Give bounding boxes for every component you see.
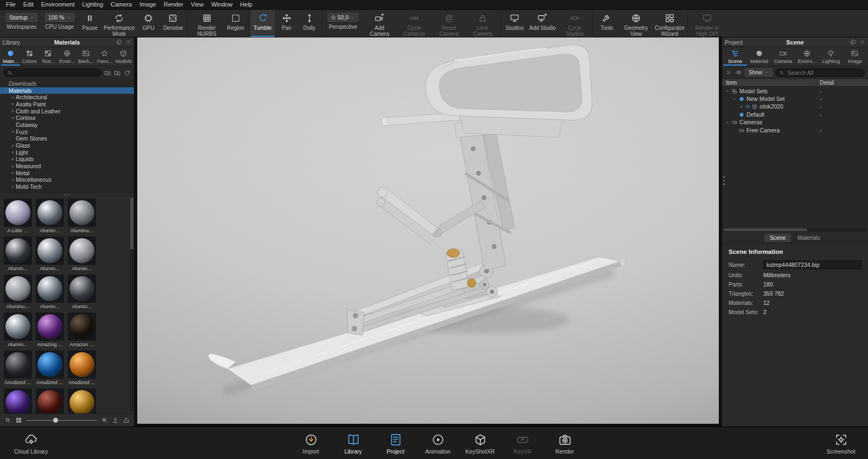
library-tab[interactable]: Colors	[20, 47, 39, 66]
eye-icon[interactable]	[744, 104, 751, 110]
expander-icon[interactable]: +	[10, 109, 16, 114]
library-tree-item[interactable]: + Glass	[0, 142, 134, 149]
scene-tree-item[interactable]: + sitsk2020 -	[722, 103, 868, 111]
library-tab[interactable]: Envir...	[58, 47, 76, 66]
workspace-selector[interactable]: Startup Workspaces	[2, 10, 41, 37]
library-tree-item[interactable]: − Materials	[0, 87, 134, 94]
toolbar-button[interactable]: Render NURBS	[189, 10, 224, 37]
screenshot-button[interactable]: Screenshot	[821, 432, 860, 455]
library-tree-item[interactable]: + Fuzz	[0, 129, 134, 136]
folder-new-icon[interactable]	[114, 69, 121, 76]
library-search-input[interactable]	[15, 69, 98, 76]
menu-item[interactable]: Image	[136, 0, 160, 9]
toolbar-button[interactable]: Tumble	[251, 10, 275, 37]
panel-resize-handle[interactable]	[723, 176, 725, 185]
eye-icon[interactable]	[735, 69, 742, 76]
menu-item[interactable]: Render	[160, 0, 187, 9]
material-thumbnail[interactable]: Anodized ...	[2, 387, 34, 413]
toolbar-button[interactable]: Reset Camera	[431, 10, 466, 37]
toolbar-button[interactable]: Region	[224, 10, 249, 37]
toolbar-button[interactable]: Studios	[502, 10, 526, 37]
column-item[interactable]: Item	[722, 80, 816, 86]
project-tab[interactable]: Camera	[771, 47, 795, 66]
library-tab[interactable]: Back...	[76, 47, 95, 66]
slider-handle[interactable]	[53, 418, 58, 423]
expander-icon[interactable]: +	[10, 157, 16, 162]
material-thumbnail[interactable]: Anodized ...	[34, 387, 66, 413]
project-tab[interactable]: Scene	[723, 47, 747, 66]
expander-icon[interactable]: +	[10, 129, 16, 135]
thumbnail-size-slider[interactable]	[26, 417, 97, 424]
material-thumbnail[interactable]: Anodized ...	[66, 387, 98, 413]
expander-icon[interactable]: +	[738, 104, 744, 110]
expander-icon[interactable]: +	[10, 143, 16, 149]
realtime-viewport[interactable]	[137, 37, 719, 424]
library-tree-item[interactable]: Gem Stones	[0, 136, 134, 143]
ribbon-button[interactable]: Import	[291, 432, 330, 455]
material-thumbnail[interactable]: A Little ...	[2, 197, 34, 235]
workspace-dropdown[interactable]: Startup	[6, 13, 37, 22]
library-tree-item[interactable]: + Miscellaneous	[0, 177, 134, 184]
toolbar-button[interactable]: Geometry View	[618, 10, 653, 37]
library-tree-item[interactable]: + Light	[0, 149, 134, 156]
ribbon-button[interactable]: KeyVR	[503, 432, 542, 455]
expander-icon[interactable]: +	[10, 95, 16, 100]
ribbon-button[interactable]: Project	[376, 432, 415, 455]
menu-item[interactable]: File	[2, 0, 20, 9]
material-thumbnail[interactable]: Alumin...	[66, 235, 98, 273]
material-thumbnail[interactable]: Alumin...	[2, 235, 34, 273]
toolbar-button[interactable]: Configurator Wizard	[653, 10, 688, 37]
materials-scrollbar[interactable]	[130, 197, 133, 412]
project-tab[interactable]: Material	[747, 47, 771, 66]
scene-subtab[interactable]: Materials	[792, 234, 826, 242]
library-tree-item[interactable]: + Liquids	[0, 156, 134, 163]
float-icon[interactable]	[116, 39, 122, 45]
thumb-grid-icon[interactable]	[15, 417, 22, 424]
toolbar-button[interactable]: Cycle Studios	[558, 10, 593, 37]
scene-tree-item[interactable]: − New Model Set -	[722, 95, 868, 103]
toolbar-button[interactable]: Pause	[78, 10, 102, 37]
scene-search-box[interactable]	[775, 68, 865, 77]
material-thumbnail[interactable]: Alumin...	[34, 273, 66, 311]
show-dropdown[interactable]: Show	[745, 68, 773, 76]
scene-tree-item[interactable]: Free Camera -	[722, 126, 868, 134]
library-tree-item[interactable]: Cutaway	[0, 122, 134, 129]
share-icon[interactable]	[123, 417, 130, 424]
library-tree-item[interactable]: + Metal	[0, 170, 134, 177]
upload-icon[interactable]	[112, 417, 119, 424]
material-thumbnail[interactable]: Anodized ...	[2, 349, 34, 387]
toolbar-button[interactable]: Performance Mode	[102, 10, 137, 37]
library-tree-item[interactable]: + Architectural	[0, 94, 134, 101]
expander-icon[interactable]: +	[10, 101, 16, 107]
project-tab[interactable]: Enviro...	[795, 47, 819, 66]
menu-item[interactable]: Edit	[20, 0, 37, 9]
toolbar-button[interactable]: Add Camera	[362, 10, 397, 37]
toolbar-button[interactable]: Add Studio	[526, 10, 558, 37]
scene-search-input[interactable]	[787, 69, 861, 76]
material-thumbnail[interactable]: Alumin...	[34, 197, 66, 235]
zoom-out-icon[interactable]	[4, 417, 11, 424]
material-thumbnail[interactable]: Alumin...	[66, 273, 98, 311]
scene-subtab[interactable]: Scene	[764, 234, 791, 242]
ribbon-button[interactable]: KeyShotXR	[461, 432, 500, 455]
scene-tree-item[interactable]: − Model Sets -	[722, 87, 868, 95]
close-icon[interactable]	[125, 39, 131, 45]
scene-tree-hscrollbar[interactable]	[723, 228, 867, 232]
material-thumbnail[interactable]: Anodized ...	[66, 349, 98, 387]
material-thumbnail[interactable]: Alumin...	[34, 235, 66, 273]
library-search-box[interactable]	[3, 68, 101, 77]
cpu-usage-dropdown[interactable]: 100 %	[45, 13, 74, 22]
scrollbar-thumb[interactable]	[130, 197, 133, 250]
library-tree-item[interactable]: + Contour	[0, 114, 134, 122]
focal-length-field[interactable]: 50,0	[328, 13, 358, 22]
library-tab[interactable]: Favo...	[95, 47, 114, 66]
expander-icon[interactable]: +	[10, 170, 16, 176]
library-tree-item[interactable]: + Cloth and Leather	[0, 108, 134, 115]
menu-item[interactable]: Camera	[107, 0, 136, 9]
cpu-usage-selector[interactable]: 100 % CPU Usage	[41, 10, 78, 37]
float-icon[interactable]	[850, 39, 856, 45]
expander-icon[interactable]: +	[10, 116, 16, 121]
zoom-in-icon[interactable]	[101, 417, 108, 424]
material-thumbnail[interactable]: Alumin...	[2, 311, 34, 349]
scene-tree-item[interactable]: Default -	[722, 111, 868, 118]
